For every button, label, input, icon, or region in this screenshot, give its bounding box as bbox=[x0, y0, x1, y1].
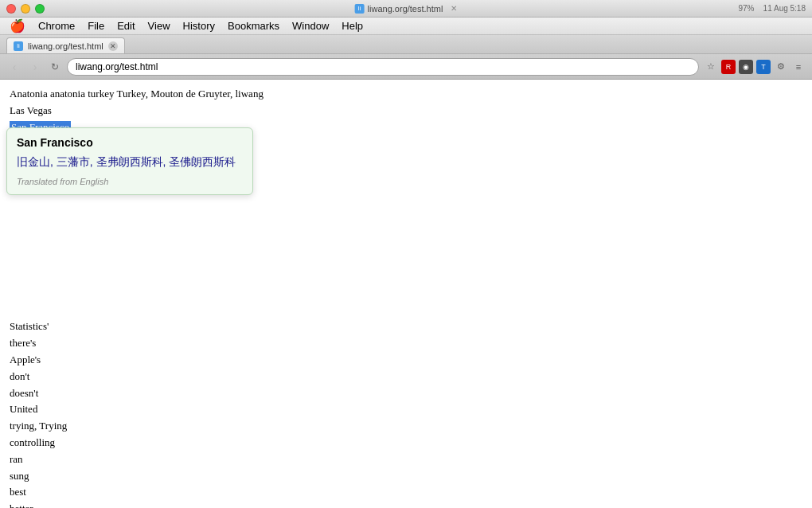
system-time: 11 Aug 5:18 bbox=[763, 4, 806, 13]
back-button[interactable]: ‹ bbox=[6, 59, 22, 75]
word-item-sung: sung bbox=[10, 468, 802, 485]
traffic-lights bbox=[6, 4, 45, 14]
word-list: Statistics' there's Apple's don't doesn'… bbox=[10, 318, 802, 508]
menu-file[interactable]: File bbox=[81, 18, 111, 33]
word-item-controlling: controlling bbox=[10, 435, 802, 451]
menu-help[interactable]: Help bbox=[335, 18, 369, 33]
menubar: 🍎 Chrome File Edit View History Bookmark… bbox=[0, 18, 812, 35]
titlebar-title: li liwang.org/test.html ✕ bbox=[355, 4, 458, 14]
extension-icon-3[interactable]: T bbox=[756, 60, 771, 74]
popup-source: Translated from English bbox=[17, 177, 243, 186]
tabbar: li liwang.org/test.html ✕ bbox=[0, 35, 812, 54]
tab-close-icon[interactable]: ✕ bbox=[451, 4, 457, 13]
word-item-ran: ran bbox=[10, 451, 802, 468]
extension-icon-2[interactable]: ◉ bbox=[739, 60, 753, 74]
minimize-button[interactable] bbox=[21, 4, 30, 14]
word-item-united: United bbox=[10, 401, 802, 418]
translation-popup: San Francisco 旧金山, 三藩市, 圣弗朗西斯科, 圣佛朗西斯科 T… bbox=[6, 127, 253, 195]
word-item-statistics: Statistics' bbox=[10, 318, 802, 335]
addressbar: ‹ › ↻ ☆ R ◉ T ⚙ ≡ bbox=[0, 54, 812, 80]
word-item-apples: Apple's bbox=[10, 352, 802, 369]
menu-view[interactable]: View bbox=[142, 18, 177, 33]
popup-translation: 旧金山, 三藩市, 圣弗朗西斯科, 圣佛朗西斯科 bbox=[17, 154, 243, 170]
toolbar-right: ☆ R ◉ T ⚙ ≡ bbox=[704, 60, 806, 74]
line-2-text: Las Vegas bbox=[10, 104, 52, 116]
menu-edit[interactable]: Edit bbox=[111, 18, 141, 33]
battery-status: 97% bbox=[738, 4, 754, 13]
menu-bookmarks[interactable]: Bookmarks bbox=[221, 18, 286, 33]
address-input[interactable] bbox=[67, 58, 699, 76]
tab-title-label: liwang.org/test.html bbox=[368, 4, 443, 14]
bookmark-star-icon[interactable]: ☆ bbox=[704, 60, 718, 74]
reload-button[interactable]: ↻ bbox=[48, 60, 62, 74]
word-item-dont: don't bbox=[10, 369, 802, 385]
word-item-trying: trying, Trying bbox=[10, 418, 802, 435]
forward-button[interactable]: › bbox=[27, 59, 43, 75]
word-item-best: best bbox=[10, 484, 802, 501]
page-content: Anatonia anatonia turkey Turkey, Mouton … bbox=[0, 80, 812, 508]
page-line-1: Anatonia anatonia turkey Turkey, Mouton … bbox=[10, 86, 802, 103]
word-item-theres: there's bbox=[10, 335, 802, 352]
menu-history[interactable]: History bbox=[177, 18, 221, 33]
tab-close-button[interactable]: ✕ bbox=[108, 41, 118, 51]
close-button[interactable] bbox=[6, 4, 16, 14]
popup-title: San Francisco bbox=[17, 136, 243, 149]
menu-window[interactable]: Window bbox=[286, 18, 335, 33]
extension-icon-4[interactable]: ⚙ bbox=[774, 60, 788, 74]
extension-icon-1[interactable]: R bbox=[721, 60, 736, 74]
tab-favicon-icon: li bbox=[14, 41, 23, 51]
tab-active[interactable]: li liwang.org/test.html ✕ bbox=[6, 37, 125, 53]
menu-icon[interactable]: ≡ bbox=[791, 60, 806, 74]
word-item-doesnt: doesn't bbox=[10, 385, 802, 402]
word-item-better: better bbox=[10, 501, 802, 508]
menu-chrome[interactable]: Chrome bbox=[32, 18, 81, 33]
page-line-2: Las Vegas bbox=[10, 103, 802, 119]
tab-label: liwang.org/test.html bbox=[28, 41, 103, 51]
titlebar: li liwang.org/test.html ✕ 97% 11 Aug 5:1… bbox=[0, 0, 812, 18]
apple-menu[interactable]: 🍎 bbox=[3, 18, 32, 33]
maximize-button[interactable] bbox=[35, 4, 45, 14]
system-info: 97% 11 Aug 5:18 bbox=[738, 4, 806, 13]
line-1-text: Anatonia anatonia turkey Turkey, Mouton … bbox=[10, 88, 264, 100]
favicon-icon: li bbox=[355, 4, 365, 14]
